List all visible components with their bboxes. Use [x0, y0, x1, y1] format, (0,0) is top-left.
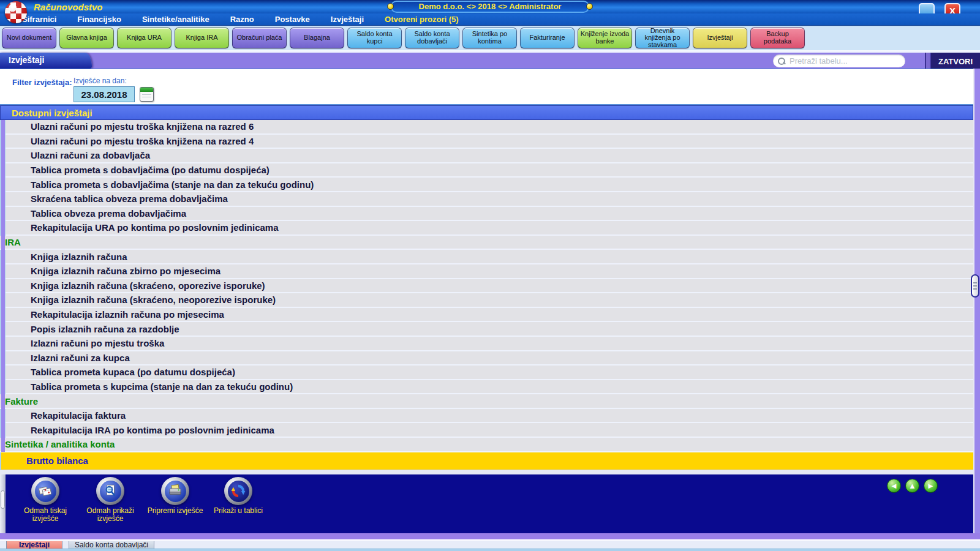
- menu-item-postavke[interactable]: Postavke: [275, 15, 310, 24]
- close-panel-button[interactable]: ZATVORI: [930, 53, 980, 70]
- filter-panel: Filter izvještaja: Izvješće na dan:: [0, 69, 980, 105]
- report-section-header: IRA: [0, 236, 973, 250]
- panel-title: Izvještaji: [9, 55, 44, 65]
- preview-report-button[interactable]: Odmah prikaži izvješće: [76, 477, 145, 523]
- toolbar-button-dnevnik-knji-enja-po-stavkama[interactable]: Dnevnik knjiženja po stavkama: [635, 28, 690, 48]
- bottom-edge-strip: [0, 549, 980, 551]
- toolbar-button-knjiga-ura[interactable]: Knjiga URA: [117, 28, 172, 48]
- report-row[interactable]: Rekapitulacija faktura: [6, 409, 973, 424]
- session-info: Demo d.o.o. <> 2018 <> Administrator: [391, 1, 590, 13]
- report-row[interactable]: Izlazni računi po mjestu troška: [6, 337, 973, 351]
- footer-left-scrollbar[interactable]: [0, 474, 6, 533]
- report-row[interactable]: Ulazni računi po mjestu troška knjižena …: [6, 120, 973, 135]
- app-title: Računovodstvo: [34, 2, 103, 12]
- menu-item-ifrarnici[interactable]: Šifrarnici: [22, 15, 56, 24]
- report-row[interactable]: Rekapitulacija izlaznih računa po mjesec…: [6, 308, 973, 323]
- report-row[interactable]: Brutto bilanca: [1, 452, 973, 471]
- panel-header: Izvještaji ZATVORI: [0, 51, 980, 69]
- toolbar-button-saldo-konta-kupci[interactable]: Saldo konta kupci: [347, 28, 402, 48]
- report-date-field[interactable]: [74, 86, 135, 102]
- toolbar-button-novi-dokument[interactable]: Novi dokument: [2, 28, 56, 48]
- menu-item-financijsko[interactable]: Financijsko: [77, 15, 121, 24]
- panel-title-tab: Izvještaji: [0, 53, 92, 70]
- menu-item-razno[interactable]: Razno: [230, 15, 254, 24]
- report-row[interactable]: Tablica prometa kupaca (po datumu dospij…: [6, 365, 973, 380]
- report-row[interactable]: Ulazni računi po mjestu troška knjižena …: [6, 135, 973, 149]
- filter-label: Filter izvještaja:: [12, 78, 72, 87]
- report-section-header: Sintetika / analitika konta: [0, 438, 973, 452]
- list-left-border: [1, 120, 5, 452]
- toolbar-button-knji-enje-izvoda-banke[interactable]: Knjiženje izvoda banke: [578, 28, 632, 48]
- toolbar-button-sintetika-po-kontima[interactable]: Sintetika po kontima: [462, 28, 517, 48]
- report-row[interactable]: Ulazni računi za dobavljača: [6, 149, 973, 163]
- open-windows-tabbar: IzvještajiSaldo konta dobavljači: [0, 539, 980, 549]
- title-bar: Računovodstvo Demo d.o.o. <> 2018 <> Adm…: [0, 0, 980, 13]
- prepare-report-button[interactable]: Pripremi izvješće: [141, 477, 209, 515]
- preview-report-icon: [100, 481, 121, 502]
- toolbar-button-knjiga-ira[interactable]: Knjiga IRA: [175, 28, 229, 48]
- vertical-scrollbar[interactable]: [973, 69, 980, 539]
- report-row[interactable]: Tablica prometa s dobavljačima (stanje n…: [6, 178, 973, 192]
- toolbar-button-izvje-taji[interactable]: Izvještaji: [693, 28, 747, 48]
- app-window: Računovodstvo Demo d.o.o. <> 2018 <> Adm…: [0, 0, 980, 551]
- magnifier-icon: [778, 58, 785, 65]
- table-search: [773, 54, 905, 67]
- refresh-table-icon: [228, 481, 249, 502]
- menu-item-izvje-taji[interactable]: Izvještaji: [331, 15, 364, 24]
- report-row[interactable]: Rekapitulacija URA po kontima po poslovn…: [6, 221, 973, 236]
- toolbar-button-fakturiranje[interactable]: Fakturiranje: [520, 28, 575, 48]
- report-row[interactable]: Tablica prometa s dobavljačima (po datum…: [6, 163, 973, 178]
- report-row[interactable]: Izlazni računi za kupca: [6, 351, 973, 366]
- report-row[interactable]: Rekapitulacija IRA po kontima po poslovn…: [6, 423, 973, 438]
- show-in-table-button[interactable]: Prikaži u tablici: [204, 477, 273, 515]
- report-row[interactable]: Knjiga izlaznih računa zbirno po mjeseci…: [6, 264, 973, 279]
- menu-bar: ŠifrarniciFinancijskoSintetike/analitike…: [0, 13, 980, 26]
- arrow-left-icon[interactable]: ◄: [887, 479, 901, 493]
- session-dot-left-icon: [387, 3, 394, 10]
- report-row[interactable]: Tablica prometa s kupcima (stanje na dan…: [6, 380, 973, 395]
- report-row[interactable]: Knjiga izlaznih računa (skraćeno, neopor…: [6, 293, 973, 308]
- toolbar-button-saldo-konta-dobavlja-i[interactable]: Saldo konta dobavljači: [405, 28, 459, 48]
- session-dot-right-icon: [586, 3, 593, 10]
- report-list-header: Dostupni izvještaji: [0, 105, 973, 120]
- report-section-header: Fakture: [0, 394, 973, 409]
- report-row[interactable]: Knjiga izlaznih računa: [6, 250, 973, 264]
- report-row[interactable]: Tablica obveza prema dobavljačima: [6, 207, 973, 222]
- print-documents-icon: [35, 481, 56, 502]
- report-row[interactable]: Knjiga izlaznih računa (skraćeno, oporez…: [6, 279, 973, 294]
- footer-gap: [0, 470, 973, 474]
- main-toolbar: Novi dokumentGlavna knjigaKnjiga URAKnji…: [0, 26, 980, 51]
- report-row[interactable]: Skraćena tablica obveza prema dobavljači…: [6, 192, 973, 207]
- croatia-checkered-ball-icon: [5, 1, 27, 23]
- action-footer: Odmah tiskaj izvješće Odmah prikaži izvj…: [0, 474, 973, 533]
- print-report-button[interactable]: Odmah tiskaj izvješće: [11, 477, 80, 523]
- bottom-purple-strip: [0, 533, 980, 539]
- search-input[interactable]: [790, 56, 900, 66]
- scrollbar-thumb[interactable]: [971, 274, 979, 298]
- menu-item-sintetike-analitike[interactable]: Sintetike/analitike: [142, 15, 209, 24]
- report-date-label: Izvješće na dan:: [74, 77, 127, 85]
- toolbar-button-glavna-knjiga[interactable]: Glavna knjiga: [59, 28, 114, 48]
- toolbar-button-obra-uni-pla-a[interactable]: Obračuni plaća: [232, 28, 287, 48]
- arrow-up-icon[interactable]: ▲: [905, 479, 919, 493]
- printer-icon: [165, 481, 186, 502]
- report-list-region: Dostupni izvještaji Ulazni računi po mje…: [0, 105, 973, 471]
- toolbar-button-blagajna[interactable]: Blagajna: [290, 28, 344, 48]
- toolbar-button-backup-podataka[interactable]: Backup podataka: [750, 28, 805, 48]
- report-list: Ulazni računi po mjestu troška knjižena …: [0, 120, 973, 471]
- calendar-icon[interactable]: [140, 87, 154, 102]
- report-row[interactable]: Popis izlaznih računa za razdoblje: [6, 322, 973, 337]
- menu-item-otvoreni-prozori-5[interactable]: Otvoreni prozori (5): [385, 15, 459, 24]
- arrow-right-icon[interactable]: ►: [924, 479, 938, 493]
